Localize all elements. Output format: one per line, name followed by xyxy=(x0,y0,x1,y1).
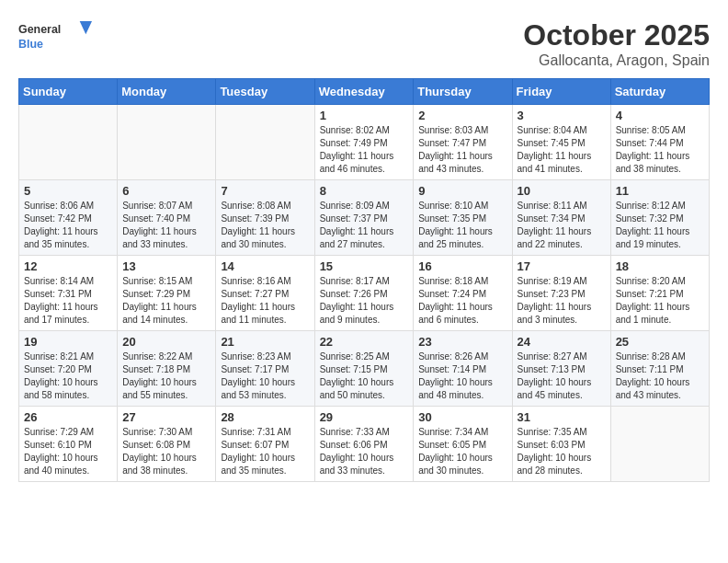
day-number: 29 xyxy=(320,410,409,424)
day-number: 24 xyxy=(518,335,606,349)
day-number: 13 xyxy=(122,259,210,273)
day-number: 18 xyxy=(616,259,704,273)
calendar-day-cell: 21Sunrise: 8:23 AM Sunset: 7:17 PM Dayli… xyxy=(216,331,314,407)
calendar-day-cell: 30Sunrise: 7:34 AM Sunset: 6:05 PM Dayli… xyxy=(414,407,512,482)
day-number: 23 xyxy=(418,335,506,349)
calendar-week-row: 26Sunrise: 7:29 AM Sunset: 6:10 PM Dayli… xyxy=(19,407,710,482)
calendar-day-cell: 20Sunrise: 8:22 AM Sunset: 7:18 PM Dayli… xyxy=(118,331,216,407)
day-info: Sunrise: 8:04 AM Sunset: 7:45 PM Dayligh… xyxy=(518,124,606,176)
day-number: 9 xyxy=(418,184,506,198)
day-number: 27 xyxy=(122,410,210,424)
page-header: General Blue October 2025 Gallocanta, Ar… xyxy=(18,18,710,69)
calendar-header-row: SundayMondayTuesdayWednesdayThursdayFrid… xyxy=(19,79,710,105)
day-info: Sunrise: 8:23 AM Sunset: 7:17 PM Dayligh… xyxy=(221,350,309,402)
day-number: 30 xyxy=(418,410,506,424)
day-number: 5 xyxy=(24,184,112,198)
calendar-week-row: 1Sunrise: 8:02 AM Sunset: 7:49 PM Daylig… xyxy=(19,105,710,180)
day-info: Sunrise: 8:11 AM Sunset: 7:34 PM Dayligh… xyxy=(518,200,606,251)
day-info: Sunrise: 8:18 AM Sunset: 7:24 PM Dayligh… xyxy=(418,275,506,327)
location-title: Gallocanta, Aragon, Spain xyxy=(523,52,710,69)
day-number: 22 xyxy=(320,335,409,349)
day-info: Sunrise: 7:31 AM Sunset: 6:07 PM Dayligh… xyxy=(221,426,309,477)
day-number: 7 xyxy=(221,184,309,198)
day-info: Sunrise: 7:35 AM Sunset: 6:03 PM Dayligh… xyxy=(518,426,606,477)
logo: General Blue xyxy=(18,18,92,55)
day-number: 21 xyxy=(221,335,309,349)
day-number: 3 xyxy=(518,109,606,122)
day-number: 10 xyxy=(518,184,606,198)
calendar-day-cell: 19Sunrise: 8:21 AM Sunset: 7:20 PM Dayli… xyxy=(19,331,118,407)
calendar-day-cell: 28Sunrise: 7:31 AM Sunset: 6:07 PM Dayli… xyxy=(216,407,314,482)
calendar-day-cell: 4Sunrise: 8:05 AM Sunset: 7:44 PM Daylig… xyxy=(610,105,709,180)
calendar-day-cell: 17Sunrise: 8:19 AM Sunset: 7:23 PM Dayli… xyxy=(512,256,610,331)
day-info: Sunrise: 8:21 AM Sunset: 7:20 PM Dayligh… xyxy=(24,350,112,402)
calendar-day-cell: 18Sunrise: 8:20 AM Sunset: 7:21 PM Dayli… xyxy=(610,256,709,331)
day-info: Sunrise: 8:09 AM Sunset: 7:37 PM Dayligh… xyxy=(320,200,409,251)
day-of-week-header: Sunday xyxy=(19,79,118,105)
day-number: 19 xyxy=(24,335,112,349)
day-info: Sunrise: 8:12 AM Sunset: 7:32 PM Dayligh… xyxy=(616,200,704,251)
day-info: Sunrise: 8:15 AM Sunset: 7:29 PM Dayligh… xyxy=(122,275,210,327)
day-info: Sunrise: 8:02 AM Sunset: 7:49 PM Dayligh… xyxy=(320,124,409,176)
svg-marker-2 xyxy=(80,21,92,34)
calendar-day-cell: 6Sunrise: 8:07 AM Sunset: 7:40 PM Daylig… xyxy=(118,180,216,256)
calendar-day-cell: 22Sunrise: 8:25 AM Sunset: 7:15 PM Dayli… xyxy=(314,331,414,407)
day-number: 20 xyxy=(122,335,210,349)
day-info: Sunrise: 8:22 AM Sunset: 7:18 PM Dayligh… xyxy=(122,350,210,402)
day-info: Sunrise: 8:14 AM Sunset: 7:31 PM Dayligh… xyxy=(24,275,112,327)
calendar-day-cell: 12Sunrise: 8:14 AM Sunset: 7:31 PM Dayli… xyxy=(19,256,118,331)
calendar-day-cell: 23Sunrise: 8:26 AM Sunset: 7:14 PM Dayli… xyxy=(414,331,512,407)
day-info: Sunrise: 7:33 AM Sunset: 6:06 PM Dayligh… xyxy=(320,426,409,477)
day-info: Sunrise: 8:17 AM Sunset: 7:26 PM Dayligh… xyxy=(320,275,409,327)
calendar-day-cell: 31Sunrise: 7:35 AM Sunset: 6:03 PM Dayli… xyxy=(512,407,610,482)
calendar-day-cell: 5Sunrise: 8:06 AM Sunset: 7:42 PM Daylig… xyxy=(19,180,118,256)
calendar-day-cell: 10Sunrise: 8:11 AM Sunset: 7:34 PM Dayli… xyxy=(512,180,610,256)
calendar-table: SundayMondayTuesdayWednesdayThursdayFrid… xyxy=(18,78,710,482)
logo-icon: General Blue xyxy=(18,18,92,55)
day-info: Sunrise: 7:29 AM Sunset: 6:10 PM Dayligh… xyxy=(24,426,112,477)
calendar-day-cell: 7Sunrise: 8:08 AM Sunset: 7:39 PM Daylig… xyxy=(216,180,314,256)
day-info: Sunrise: 8:06 AM Sunset: 7:42 PM Dayligh… xyxy=(24,200,112,251)
day-info: Sunrise: 8:07 AM Sunset: 7:40 PM Dayligh… xyxy=(122,200,210,251)
calendar-day-cell: 13Sunrise: 8:15 AM Sunset: 7:29 PM Dayli… xyxy=(118,256,216,331)
calendar-day-cell: 25Sunrise: 8:28 AM Sunset: 7:11 PM Dayli… xyxy=(610,331,709,407)
calendar-day-cell xyxy=(118,105,216,180)
day-number: 17 xyxy=(518,259,606,273)
calendar-day-cell: 1Sunrise: 8:02 AM Sunset: 7:49 PM Daylig… xyxy=(314,105,414,180)
calendar-day-cell: 29Sunrise: 7:33 AM Sunset: 6:06 PM Dayli… xyxy=(314,407,414,482)
day-info: Sunrise: 8:20 AM Sunset: 7:21 PM Dayligh… xyxy=(616,275,704,327)
day-info: Sunrise: 8:08 AM Sunset: 7:39 PM Dayligh… xyxy=(221,200,309,251)
day-number: 6 xyxy=(122,184,210,198)
day-of-week-header: Saturday xyxy=(610,79,709,105)
day-number: 8 xyxy=(320,184,409,198)
day-info: Sunrise: 8:27 AM Sunset: 7:13 PM Dayligh… xyxy=(518,350,606,402)
day-of-week-header: Thursday xyxy=(414,79,512,105)
day-info: Sunrise: 8:05 AM Sunset: 7:44 PM Dayligh… xyxy=(616,124,704,176)
day-number: 14 xyxy=(221,259,309,273)
svg-text:Blue: Blue xyxy=(18,38,43,51)
calendar-day-cell xyxy=(19,105,118,180)
calendar-day-cell xyxy=(610,407,709,482)
day-of-week-header: Monday xyxy=(118,79,216,105)
month-title: October 2025 xyxy=(523,18,710,52)
day-number: 16 xyxy=(418,259,506,273)
calendar-day-cell: 14Sunrise: 8:16 AM Sunset: 7:27 PM Dayli… xyxy=(216,256,314,331)
day-info: Sunrise: 8:16 AM Sunset: 7:27 PM Dayligh… xyxy=(221,275,309,327)
day-info: Sunrise: 8:26 AM Sunset: 7:14 PM Dayligh… xyxy=(418,350,506,402)
day-number: 11 xyxy=(616,184,704,198)
calendar-week-row: 19Sunrise: 8:21 AM Sunset: 7:20 PM Dayli… xyxy=(19,331,710,407)
calendar-week-row: 5Sunrise: 8:06 AM Sunset: 7:42 PM Daylig… xyxy=(19,180,710,256)
day-info: Sunrise: 7:34 AM Sunset: 6:05 PM Dayligh… xyxy=(418,426,506,477)
title-section: October 2025 Gallocanta, Aragon, Spain xyxy=(523,18,710,69)
day-number: 12 xyxy=(24,259,112,273)
calendar-day-cell xyxy=(216,105,314,180)
day-info: Sunrise: 8:10 AM Sunset: 7:35 PM Dayligh… xyxy=(418,200,506,251)
day-number: 15 xyxy=(320,259,409,273)
calendar-day-cell: 26Sunrise: 7:29 AM Sunset: 6:10 PM Dayli… xyxy=(19,407,118,482)
calendar-day-cell: 27Sunrise: 7:30 AM Sunset: 6:08 PM Dayli… xyxy=(118,407,216,482)
svg-text:General: General xyxy=(18,23,61,36)
calendar-day-cell: 9Sunrise: 8:10 AM Sunset: 7:35 PM Daylig… xyxy=(414,180,512,256)
calendar-day-cell: 15Sunrise: 8:17 AM Sunset: 7:26 PM Dayli… xyxy=(314,256,414,331)
calendar-week-row: 12Sunrise: 8:14 AM Sunset: 7:31 PM Dayli… xyxy=(19,256,710,331)
day-info: Sunrise: 8:19 AM Sunset: 7:23 PM Dayligh… xyxy=(518,275,606,327)
